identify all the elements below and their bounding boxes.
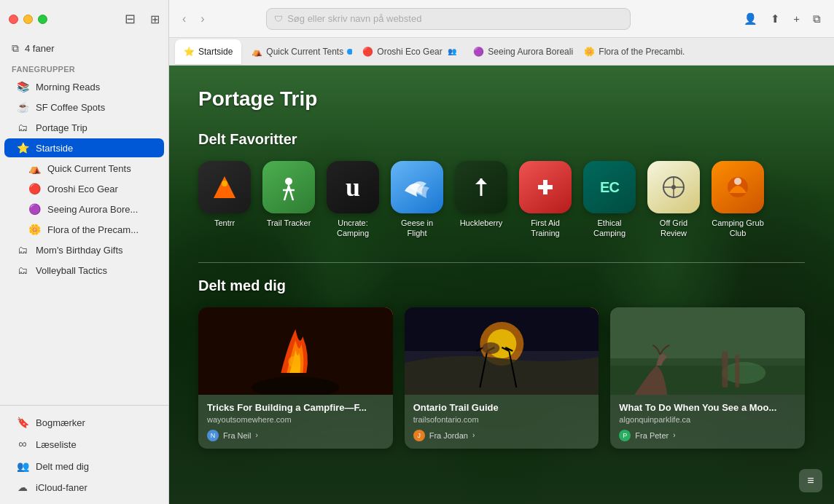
favorite-item-tentrr[interactable]: Tentrr	[198, 161, 251, 239]
arrow-icon: ›	[256, 431, 258, 439]
tentrr-icon	[198, 161, 251, 213]
card-from-jordan: Fra Jordan	[429, 431, 468, 440]
tabs-icon: ⧉	[12, 42, 19, 55]
shield-icon: 🛡	[274, 14, 283, 24]
favorite-item-trail-tracker[interactable]: Trail Tracker	[262, 161, 315, 239]
tab-tent-icon: ⛺	[252, 47, 262, 57]
profile-button[interactable]: 👤	[739, 9, 762, 28]
sidebar-item-label: Volleyball Tactics	[36, 265, 107, 276]
svg-marker-0	[214, 176, 235, 198]
svg-point-12	[734, 178, 741, 185]
shared-card-trail[interactable]: Ontario Trail Guide trailsofontario.com …	[405, 307, 599, 449]
share-button[interactable]: ⬆	[766, 9, 784, 28]
camping-grub-label: Camping Grub Club	[712, 218, 764, 239]
favorite-item-uncrate[interactable]: u Uncrate: Camping	[327, 161, 379, 239]
toolbar-right: 👤 ⬆ + ⧉	[739, 9, 825, 28]
sidebar-toggle-button[interactable]: ⊟	[125, 11, 136, 27]
address-bar[interactable]: 🛡 Søg eller skriv navn på websted	[266, 8, 631, 30]
tabs-overview-button[interactable]: ⧉	[808, 9, 825, 28]
shared-card-moose[interactable]: What To Do When You See a Moo... algonqu…	[610, 307, 805, 449]
card-url-moose: algonquinparklife.ca	[619, 415, 796, 424]
tab-label: Startside	[198, 47, 233, 57]
folder3-icon: 🗂	[16, 264, 29, 276]
sidebar-item-moms-birthday[interactable]: 🗂 Mom's Birthday Gifts	[4, 240, 164, 259]
firstaid-label: First Aid Training	[519, 218, 572, 239]
svg-rect-26	[736, 355, 740, 387]
trail-tracker-icon	[262, 161, 315, 213]
back-button[interactable]: ‹	[178, 9, 190, 28]
minimize-button[interactable]	[23, 15, 33, 24]
favorites-section-title: Delt Favoritter	[198, 131, 805, 148]
sidebar: ⊟ ⊞ ⧉ 4 faner Fanegrupper 📚 Morning Read…	[0, 0, 169, 504]
tab-flower-icon: 🌼	[584, 47, 595, 57]
sidebar-item-portage-trip[interactable]: 🗂 Portage Trip	[4, 118, 164, 137]
sidebar-item-bogmaerker[interactable]: 🔖 Bogmærker	[4, 412, 164, 433]
sidebar-item-oroshi-eco[interactable]: 🔴 Oroshi Eco Gear	[4, 179, 164, 198]
sidebar-item-label: SF Coffee Spots	[36, 102, 105, 113]
coffee-icon: ☕	[16, 101, 29, 113]
sidebar-item-startside[interactable]: ⭐ Startside	[4, 138, 164, 157]
svg-point-15	[288, 356, 300, 368]
tab-purple-dot-icon: 🟣	[473, 47, 484, 57]
fullscreen-button[interactable]	[38, 15, 47, 24]
favorite-item-geese[interactable]: Geese in Flight	[391, 161, 443, 239]
address-placeholder: Søg eller skriv navn på websted	[287, 13, 421, 24]
tab-startside[interactable]: ⭐ Startside	[175, 39, 241, 64]
offgrid-icon	[647, 161, 700, 213]
svg-point-24	[722, 362, 766, 384]
content-scroll[interactable]: Portage Trip Delt Favoritter Tentrr Trai…	[169, 66, 834, 504]
tab-user-avatars: 👥	[448, 47, 456, 55]
geese-icon	[391, 161, 443, 213]
footer-item-label: Bogmærker	[36, 417, 85, 428]
favorite-item-offgrid[interactable]: Off Grid Review	[647, 161, 700, 239]
card-avatar-jordan: J	[413, 430, 425, 441]
uncrate-label: Uncrate: Camping	[327, 218, 379, 239]
reading-list-icon: ∞	[16, 438, 29, 451]
card-url-trail: trailsofontario.com	[413, 415, 591, 424]
card-footer-trail: J Fra Jordan ›	[413, 430, 591, 441]
tab-active-dot	[347, 49, 352, 55]
toolbar: ‹ › 🛡 Søg eller skriv navn på websted 👤 …	[169, 0, 834, 38]
sidebar-item-seeing-aurora[interactable]: 🟣 Seeing Aurora Bore...	[4, 200, 164, 218]
sidebar-item-laeseliste[interactable]: ∞ Læseliste	[4, 433, 164, 455]
huckleberry-icon	[455, 161, 507, 213]
close-button[interactable]	[9, 15, 18, 24]
tab-label: Flora of the Precambi...	[599, 47, 685, 57]
svg-point-1	[222, 181, 227, 186]
tab-oroshi-eco[interactable]: 🔴 Oroshi Eco Gear 👥	[354, 39, 463, 64]
favorite-item-huckleberry[interactable]: Huckleberry	[455, 161, 507, 239]
sidebar-item-icloud-faner[interactable]: ☁ iCloud-faner	[4, 477, 164, 497]
shared-icon: 👥	[16, 460, 29, 472]
bookmark-icon: 🔖	[16, 417, 29, 428]
sidebar-item-quick-current-tents[interactable]: ⛺ Quick Current Tents	[4, 159, 164, 178]
sidebar-item-sf-coffee[interactable]: ☕ SF Coffee Spots	[4, 98, 164, 117]
shared-card-campfire[interactable]: Tricks For Building a Campfire—F... wayo…	[198, 307, 393, 449]
traffic-lights	[9, 15, 47, 24]
forward-button[interactable]: ›	[196, 9, 208, 28]
tab-quick-current-tents[interactable]: ⛺ Quick Current Tents	[243, 39, 352, 64]
card-avatar-neil: N	[207, 430, 219, 441]
svg-rect-6	[538, 185, 553, 189]
new-tab-button[interactable]: +	[789, 9, 804, 28]
sidebar-item-morning-reads[interactable]: 📚 Morning Reads	[4, 77, 164, 96]
tab-seeing-aurora[interactable]: 🟣 Seeing Aurora Boreali...	[464, 39, 574, 64]
sidebar-item-flora[interactable]: 🌼 Flora of the Precam...	[4, 220, 164, 239]
favorite-item-firstaid[interactable]: First Aid Training	[519, 161, 572, 239]
tent-icon: ⛺	[28, 162, 41, 174]
sidebar-item-volleyball-tactics[interactable]: 🗂 Volleyball Tactics	[4, 261, 164, 280]
folder-icon: 🗂	[16, 122, 29, 133]
favorite-item-ethical-camping[interactable]: EC Ethical Camping	[583, 161, 636, 239]
new-tab-group-button[interactable]: ⊞	[150, 12, 160, 26]
geese-label: Geese in Flight	[391, 218, 443, 239]
sidebar-item-label: Oroshi Eco Gear	[47, 184, 118, 194]
card-content-moose: What To Do When You See a Moo... algonqu…	[610, 395, 805, 449]
uncrate-icon: u	[327, 161, 379, 213]
card-url-campfire: wayoutsomewhere.com	[207, 415, 384, 424]
tab-star-icon: ⭐	[184, 47, 195, 57]
sidebar-item-label: Flora of the Precam...	[47, 224, 139, 235]
camping-grub-icon	[712, 161, 764, 213]
sidebar-item-delt-med-dig[interactable]: 👥 Delt med dig	[4, 456, 164, 476]
favorite-item-camping-grub[interactable]: Camping Grub Club	[712, 161, 764, 239]
sidebar-footer: 🔖 Bogmærker ∞ Læseliste 👥 Delt med dig ☁…	[0, 405, 168, 504]
tab-flora[interactable]: 🌼 Flora of the Precambi...	[575, 39, 685, 64]
